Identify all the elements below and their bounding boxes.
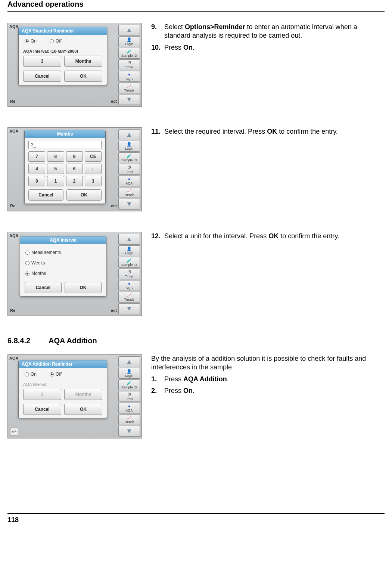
- side-login[interactable]: 👤Login: [118, 245, 140, 256]
- page-footer: 118: [7, 513, 385, 524]
- side-login[interactable]: 👤Login: [118, 36, 140, 47]
- keypad: 7 8 9 CE 4 5 6 ← 0 1 2 3: [28, 151, 102, 186]
- interval-value-button[interactable]: 3: [23, 56, 61, 67]
- scroll-up-icon[interactable]: ▲: [118, 129, 140, 140]
- radio-off[interactable]: Off: [50, 372, 62, 377]
- key-9[interactable]: 9: [66, 151, 83, 162]
- side-label: Sample ID: [121, 263, 137, 267]
- side-login[interactable]: 👤Login: [118, 141, 140, 152]
- cancel-button[interactable]: Cancel: [23, 404, 61, 415]
- side-login[interactable]: 👤Login: [118, 368, 140, 379]
- ok-button[interactable]: OK: [64, 404, 102, 415]
- key-1[interactable]: 1: [47, 176, 64, 186]
- interval-label: AQA Interval: (10-MAY-2000): [23, 49, 102, 53]
- side-aqa[interactable]: ●AQA: [118, 280, 140, 291]
- side-trends[interactable]: 📈Trends: [118, 187, 140, 198]
- side-timer[interactable]: ⏱Timer: [118, 391, 140, 402]
- bg-peek: Re: [10, 99, 15, 103]
- step-number: 12.: [151, 232, 164, 241]
- side-label: Login: [125, 42, 133, 46]
- side-label: Timer: [125, 397, 134, 401]
- side-sample-id[interactable]: 🧪Sample ID: [118, 379, 140, 390]
- intro-paragraph: By the analysis of a addition solution i…: [151, 354, 385, 372]
- option-weeks[interactable]: Weeks: [25, 260, 101, 266]
- radio-label: On: [31, 372, 37, 377]
- dialog-months-keypad: Months 3_ 7 8 9 CE 4 5 6 ← 0: [24, 130, 106, 204]
- step-2: 2. Press On.: [151, 387, 385, 395]
- page-number: 118: [7, 516, 19, 524]
- key-0[interactable]: 0: [28, 176, 45, 186]
- cancel-button[interactable]: Cancel: [28, 189, 63, 201]
- radio-on[interactable]: On: [25, 372, 37, 377]
- side-trends[interactable]: 📈Trends: [118, 292, 140, 303]
- cancel-button[interactable]: Cancel: [25, 282, 62, 293]
- side-sample-id[interactable]: 🧪Sample ID: [118, 48, 140, 59]
- figure-aqa-addition-reminder: AQA ↩ ▲ 👤Login 🧪Sample ID ⏱Timer ●AQA 📈T…: [7, 354, 142, 438]
- key-6[interactable]: 6: [66, 164, 83, 174]
- side-label: AQA: [125, 409, 133, 412]
- side-timer[interactable]: ⏱Timer: [118, 59, 140, 70]
- aqa-icon: ●: [128, 72, 131, 77]
- value-input[interactable]: 3_: [28, 141, 102, 149]
- step-number: 11.: [151, 127, 164, 136]
- side-aqa[interactable]: ●AQA: [118, 403, 140, 413]
- bg-label: AQA: [9, 356, 18, 360]
- side-label: Sample ID: [121, 385, 137, 389]
- radio-off[interactable]: Off: [50, 38, 62, 44]
- scroll-down-icon[interactable]: ▼: [118, 94, 140, 105]
- key-8[interactable]: 8: [47, 151, 64, 162]
- option-measurements[interactable]: Measurements: [25, 250, 101, 255]
- cancel-button[interactable]: Cancel: [23, 71, 61, 82]
- side-trends[interactable]: 📈Trends: [118, 83, 140, 93]
- section-number: 6.8.4.2: [7, 337, 49, 345]
- scroll-up-icon[interactable]: ▲: [118, 25, 140, 35]
- step-text: Press On.: [164, 387, 385, 395]
- flask-icon: 🧪: [127, 381, 132, 385]
- interval-unit-button[interactable]: Months: [64, 56, 102, 67]
- bg-peek: ect: [111, 99, 117, 103]
- dialog-aqa-addition-reminder: AQA Addition Reminder On Off AQA Interva…: [18, 360, 107, 418]
- step-text: Press AQA Addition.: [164, 375, 385, 384]
- radio-on[interactable]: On: [25, 38, 37, 44]
- scroll-down-icon[interactable]: ▼: [118, 199, 140, 210]
- side-label: Timer: [125, 170, 134, 174]
- side-panel: ▲ 👤Login 🧪Sample ID ⏱Timer ●AQA 📈Trends …: [118, 25, 140, 105]
- back-icon[interactable]: ↩: [10, 428, 18, 436]
- aqa-icon: ●: [128, 404, 131, 408]
- side-timer[interactable]: ⏱Timer: [118, 164, 140, 175]
- ok-button[interactable]: OK: [65, 282, 102, 293]
- side-trends[interactable]: 📈Trends: [118, 414, 140, 425]
- side-aqa[interactable]: ●AQA: [118, 176, 140, 186]
- key-ce[interactable]: CE: [85, 151, 102, 162]
- dialog-title: AQA Addition Reminder: [19, 360, 107, 368]
- side-panel: ▲ 👤Login 🧪Sample ID ⏱Timer ●AQA 📈Trends …: [118, 356, 140, 437]
- key-7[interactable]: 7: [28, 151, 45, 162]
- bg-label: AQA: [9, 24, 18, 29]
- radio-icon: [25, 39, 29, 43]
- key-3[interactable]: 3: [85, 176, 102, 186]
- scroll-up-icon[interactable]: ▲: [118, 356, 140, 367]
- ok-button[interactable]: OK: [66, 189, 102, 201]
- key-5[interactable]: 5: [47, 164, 64, 174]
- option-months[interactable]: Months: [25, 271, 101, 276]
- scroll-down-icon[interactable]: ▼: [118, 426, 140, 437]
- interval-value-button: 3: [23, 389, 61, 400]
- step-1: 1. Press AQA Addition.: [151, 375, 385, 384]
- key-backspace[interactable]: ←: [85, 164, 102, 174]
- scroll-down-icon[interactable]: ▼: [118, 303, 140, 314]
- side-label: Trends: [124, 193, 134, 197]
- step-text: Press On.: [164, 43, 385, 52]
- side-sample-id[interactable]: 🧪Sample ID: [118, 257, 140, 268]
- key-4[interactable]: 4: [28, 164, 45, 174]
- radio-label: Off: [56, 372, 62, 377]
- interval-label: AQA Interval:: [23, 382, 102, 387]
- side-aqa[interactable]: ●AQA: [118, 71, 140, 82]
- option-label: Weeks: [31, 260, 45, 266]
- radio-icon: [25, 251, 29, 255]
- side-sample-id[interactable]: 🧪Sample ID: [118, 152, 140, 163]
- key-2[interactable]: 2: [66, 176, 83, 186]
- side-timer[interactable]: ⏱Timer: [118, 269, 140, 279]
- scroll-up-icon[interactable]: ▲: [118, 234, 140, 245]
- ok-button[interactable]: OK: [64, 71, 102, 82]
- flask-icon: 🧪: [127, 49, 132, 53]
